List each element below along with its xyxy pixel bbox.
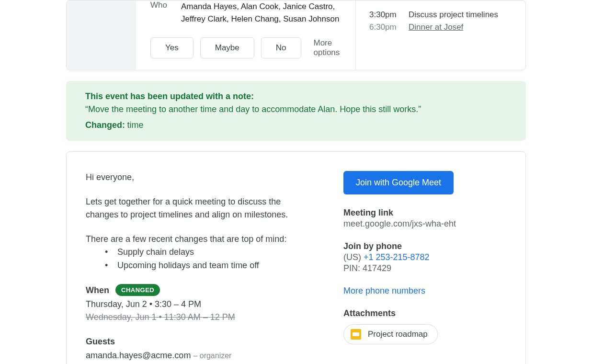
event-date-block: [67, 0, 136, 70]
agenda-panel: 10am Offline product - UX wkly 3:30pm Di…: [355, 0, 525, 70]
agenda-title[interactable]: Dinner at Josef: [409, 23, 463, 32]
rsvp-more-options[interactable]: More options: [314, 38, 342, 57]
event-details-card: Hi everyone, Lets get together for a qui…: [66, 151, 526, 364]
description-greeting: Hi everyone,: [86, 171, 315, 184]
agenda-title[interactable]: Discuss project timelines: [409, 10, 498, 20]
phone-region: (US): [343, 252, 361, 262]
guest-email: amanda.hayes@acme.com: [86, 351, 191, 360]
phone-number[interactable]: +1 253-215-8782: [364, 252, 430, 262]
join-by-phone-label: Join by phone: [343, 241, 506, 251]
guests-label: Guests: [86, 335, 315, 348]
phone-pin: PIN: 417429: [343, 263, 506, 273]
description-para: Lets get together for a quick meeting to…: [86, 195, 315, 221]
update-notice: This event has been updated with a note:…: [66, 81, 526, 141]
guest-role: – organizer: [193, 352, 231, 360]
attachment-chip[interactable]: Project roadmap: [343, 324, 438, 344]
rsvp-no-button[interactable]: No: [261, 37, 301, 58]
update-heading: This event has been updated with a note:: [85, 91, 507, 102]
rsvp-yes-button[interactable]: Yes: [150, 37, 194, 58]
event-invite-card: Who Amanda Hayes, Alan Cook, Janice Cast…: [66, 0, 526, 70]
when-label: When: [86, 284, 109, 295]
guest-row: alan.cook@acme.com: [86, 362, 315, 364]
join-google-meet-button[interactable]: Join with Google Meet: [343, 171, 454, 194]
attachment-name: Project roadmap: [368, 330, 428, 339]
who-names: Amanda Hayes, Alan Cook, Janice Castro, …: [181, 0, 341, 25]
update-note: “Move the meeting to another time and da…: [85, 104, 507, 114]
meeting-link-label: Meeting link: [343, 208, 506, 218]
more-phone-numbers-link[interactable]: More phone numbers: [343, 286, 425, 296]
when-old-value: Wednesday, Jun 1 • 11:30 AM – 12 PM: [86, 311, 315, 324]
update-changed-value: time: [127, 120, 143, 130]
description-bullet: Supply chain delays: [105, 246, 315, 259]
who-label: Who: [150, 0, 170, 25]
update-changed-label: Changed:: [85, 120, 125, 130]
when-new-value: Thursday, Jun 2 • 3:30 – 4 PM: [86, 298, 315, 311]
google-slides-icon: [351, 329, 361, 340]
meeting-link-value[interactable]: meet.google.com/jxs-wha-eht: [343, 219, 506, 229]
attachments-label: Attachments: [343, 308, 506, 318]
description-bullet: Upcoming holidays and team time off: [105, 259, 315, 273]
rsvp-maybe-button[interactable]: Maybe: [200, 37, 254, 58]
changed-badge: CHANGED: [115, 284, 160, 296]
agenda-time: 3:30pm: [369, 10, 398, 20]
description-para: There are a few recent changes that are …: [86, 233, 315, 246]
guest-row: amanda.hayes@acme.com – organizer: [86, 349, 315, 362]
agenda-time: 6:30pm: [369, 23, 398, 32]
